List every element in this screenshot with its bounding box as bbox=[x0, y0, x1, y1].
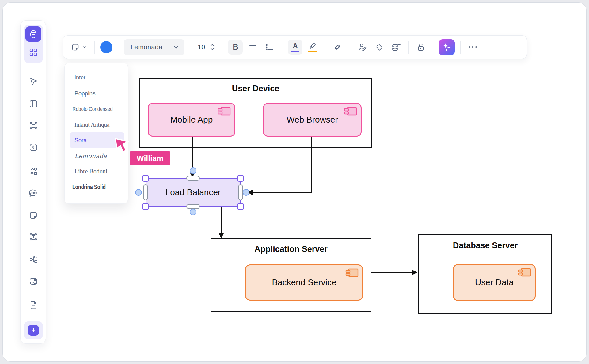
resize-handle-top-right[interactable] bbox=[237, 175, 244, 182]
ink-tool-button[interactable] bbox=[28, 142, 39, 153]
font-option-inknut-antiqua[interactable]: Inknut Antiqua bbox=[65, 117, 128, 132]
add-page-button[interactable]: + bbox=[28, 325, 39, 336]
frame-tool-button[interactable] bbox=[28, 120, 39, 131]
resize-handle-right[interactable] bbox=[238, 184, 243, 200]
resize-handle-top-left[interactable] bbox=[142, 175, 149, 182]
more-ellipsis-icon bbox=[472, 46, 473, 48]
text-box-icon bbox=[29, 232, 38, 241]
toolbar-divider bbox=[94, 41, 95, 54]
templates-grid-icon bbox=[29, 48, 38, 57]
resize-handle-bottom-right[interactable] bbox=[237, 203, 244, 210]
templates-button[interactable] bbox=[25, 44, 41, 60]
connection-point-right[interactable] bbox=[243, 189, 249, 196]
uml-component-icon bbox=[517, 268, 531, 277]
resize-handle-bottom[interactable] bbox=[186, 204, 200, 209]
text-color-glyph: A bbox=[291, 43, 299, 52]
link-icon bbox=[333, 43, 342, 52]
connection-point-bottom[interactable] bbox=[190, 209, 196, 215]
active-tool-group bbox=[24, 25, 43, 63]
component-user-data[interactable]: User Data bbox=[453, 264, 536, 301]
connection-point-top[interactable] bbox=[190, 167, 196, 174]
layout-tool-button[interactable] bbox=[28, 99, 39, 109]
layout-icon bbox=[29, 99, 38, 108]
align-button[interactable] bbox=[246, 40, 260, 55]
user-edit-icon bbox=[358, 43, 367, 52]
flowchart-tool-button[interactable] bbox=[28, 254, 39, 264]
toolbar-divider bbox=[325, 41, 325, 54]
emoji-add-icon bbox=[391, 43, 401, 52]
chevron-down-icon bbox=[173, 44, 179, 50]
frame-select-icon bbox=[29, 121, 38, 130]
more-ellipsis-icon bbox=[469, 46, 470, 48]
font-option-londrina-solid[interactable]: Londrina Solid bbox=[65, 179, 114, 195]
shape-style-button[interactable] bbox=[69, 40, 89, 55]
document-tool-button[interactable] bbox=[28, 300, 39, 310]
font-family-menu: Inter Poppins Roboto Condensed Inknut An… bbox=[64, 63, 128, 204]
shapes-tool-button[interactable] bbox=[28, 166, 39, 176]
flowchart-icon bbox=[29, 255, 38, 264]
highlight-color-bar bbox=[308, 51, 317, 52]
image-tool-button[interactable] bbox=[28, 276, 39, 286]
text-align-icon bbox=[248, 43, 257, 52]
font-option-poppins[interactable]: Poppins bbox=[65, 85, 128, 101]
toolbar-divider bbox=[222, 41, 222, 54]
connection-point-left[interactable] bbox=[135, 189, 142, 196]
highlight-glyph bbox=[308, 42, 317, 52]
component-web-browser[interactable]: Web Browser bbox=[263, 103, 362, 137]
format-toolbar: Lemonada 10 B A bbox=[63, 35, 527, 59]
highlighter-icon bbox=[308, 42, 317, 50]
component-backend-service[interactable]: Backend Service bbox=[245, 264, 363, 301]
component-label: User Data bbox=[475, 278, 514, 287]
font-option-inter[interactable]: Inter bbox=[65, 70, 128, 85]
text-tool-button[interactable] bbox=[28, 232, 39, 242]
more-ellipsis-icon bbox=[475, 46, 477, 48]
comment-tool-button[interactable] bbox=[28, 188, 39, 199]
more-options-button[interactable] bbox=[466, 46, 479, 48]
fill-color-swatch[interactable] bbox=[100, 41, 112, 53]
uml-component-icon bbox=[345, 268, 359, 277]
container-title: Application Server bbox=[211, 245, 370, 254]
tool-sidebar: + bbox=[20, 20, 46, 344]
bold-button[interactable]: B bbox=[228, 40, 243, 55]
lock-button[interactable] bbox=[414, 40, 428, 55]
tag-button[interactable] bbox=[372, 40, 386, 55]
component-load-balancer[interactable]: Load Balancer bbox=[146, 178, 241, 207]
font-option-roboto-condensed[interactable]: Roboto Condensed bbox=[65, 101, 115, 117]
toolbar-divider bbox=[350, 41, 350, 54]
comment-icon bbox=[29, 189, 38, 198]
component-label: Web Browser bbox=[287, 115, 338, 125]
ai-assist-button[interactable] bbox=[439, 39, 455, 55]
sticky-note-icon bbox=[71, 43, 80, 51]
text-color-bar bbox=[291, 51, 299, 52]
resize-handle-top[interactable] bbox=[186, 176, 200, 181]
toolbar-divider bbox=[433, 41, 433, 54]
resize-handle-bottom-left[interactable] bbox=[142, 203, 149, 210]
assign-user-button[interactable] bbox=[355, 40, 369, 55]
font-size-stepper[interactable] bbox=[210, 44, 215, 50]
toolbar-divider bbox=[408, 41, 408, 54]
ink-shape-icon bbox=[29, 143, 38, 152]
sticky-note-tool-button[interactable] bbox=[28, 210, 39, 221]
pointer-tool-button[interactable] bbox=[28, 76, 39, 87]
toolbar-divider bbox=[190, 41, 190, 54]
uml-component-icon bbox=[217, 107, 231, 116]
app-logo-button[interactable] bbox=[25, 26, 41, 42]
add-reaction-button[interactable] bbox=[389, 40, 403, 55]
component-label: Backend Service bbox=[272, 278, 336, 287]
font-option-libre-bodoni[interactable]: Libre Bodoni bbox=[65, 164, 128, 179]
font-family-select[interactable]: Lemonada bbox=[124, 39, 184, 55]
resize-handle-left[interactable] bbox=[143, 184, 148, 200]
chevron-down-icon bbox=[82, 45, 87, 50]
pointer-icon bbox=[29, 77, 38, 86]
sticky-note-icon bbox=[29, 211, 38, 220]
toolbar-divider bbox=[282, 41, 282, 54]
link-button[interactable] bbox=[331, 40, 344, 55]
list-button[interactable] bbox=[263, 40, 276, 55]
toolbar-divider bbox=[118, 41, 118, 54]
unlock-icon bbox=[416, 43, 425, 52]
highlight-button[interactable] bbox=[306, 40, 319, 55]
font-size-value[interactable]: 10 bbox=[198, 43, 205, 51]
component-mobile-app[interactable]: Mobile App bbox=[148, 103, 235, 137]
text-color-button[interactable]: A bbox=[288, 40, 302, 55]
toolbar-divider bbox=[460, 41, 461, 54]
